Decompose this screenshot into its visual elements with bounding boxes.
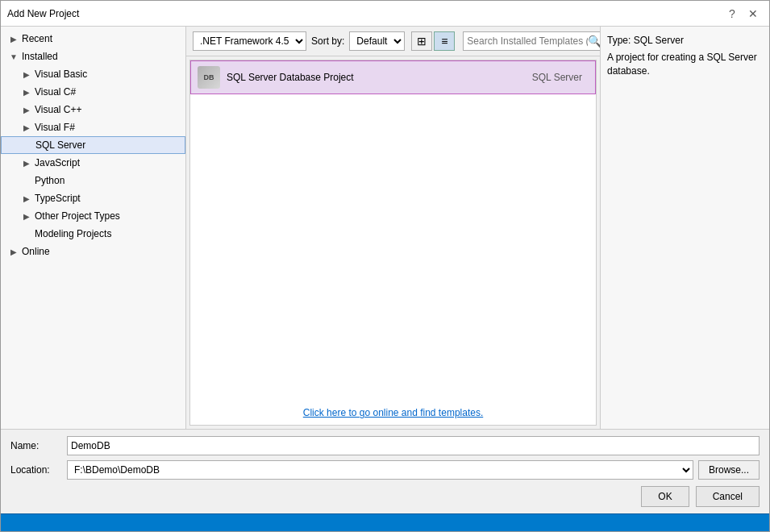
sidebar-item-visual-fsharp[interactable]: ▶Visual F# bbox=[1, 118, 185, 136]
cancel-button[interactable]: Cancel bbox=[696, 486, 760, 507]
sidebar-item-visual-basic[interactable]: ▶Visual Basic bbox=[1, 65, 185, 83]
sidebar-label-other-project-types: Other Project Types bbox=[35, 210, 120, 222]
sidebar-label-visual-basic: Visual Basic bbox=[35, 69, 87, 80]
arrow-icon-modeling-projects bbox=[20, 227, 33, 240]
sidebar-label-online: Online bbox=[22, 246, 50, 257]
ok-button[interactable]: OK bbox=[641, 486, 689, 507]
sidebar-label-python: Python bbox=[35, 175, 65, 186]
arrow-icon-visual-csharp: ▶ bbox=[20, 85, 33, 98]
online-link[interactable]: Click here to go online and find templat… bbox=[190, 401, 596, 425]
location-row: Location: F:\BDemo\DemoDB Browse... bbox=[10, 460, 760, 480]
right-panel: Type: SQL Server A project for creating … bbox=[600, 27, 769, 429]
sidebar-item-online[interactable]: ▶Online bbox=[1, 243, 185, 260]
template-item-sql-server-db-project[interactable]: DBSQL Server Database ProjectSQL Server bbox=[190, 60, 596, 94]
search-box: 🔍 bbox=[463, 31, 600, 51]
view-buttons: ⊞ ≡ bbox=[411, 31, 455, 51]
template-list-container: DBSQL Server Database ProjectSQL Server … bbox=[189, 60, 597, 426]
sort-label: Sort by: bbox=[311, 35, 344, 47]
arrow-icon-other-project-types: ▶ bbox=[20, 210, 33, 222]
sql-server-icon: DB bbox=[198, 66, 220, 89]
ok-cancel-row: OK Cancel bbox=[10, 486, 760, 507]
sidebar-label-javascript: JavaScript bbox=[35, 157, 80, 168]
arrow-icon-recent: ▶ bbox=[7, 32, 20, 45]
bottom-area: Name: Location: F:\BDemo\DemoDB Browse..… bbox=[1, 429, 769, 513]
arrow-icon-sql-server bbox=[21, 139, 34, 152]
sidebar-label-sql-server: SQL Server bbox=[35, 139, 85, 151]
toolbar: .NET Framework 4.5 Sort by: Default ⊞ ≡ … bbox=[186, 27, 600, 56]
type-description: A project for creating a SQL Server data… bbox=[607, 51, 763, 78]
sidebar-item-visual-cpp[interactable]: ▶Visual C++ bbox=[1, 101, 185, 118]
help-button[interactable]: ? bbox=[722, 5, 742, 23]
arrow-icon-javascript: ▶ bbox=[20, 156, 33, 169]
arrow-icon-visual-basic: ▶ bbox=[20, 68, 33, 81]
sidebar-label-visual-fsharp: Visual F# bbox=[35, 122, 75, 133]
location-select[interactable]: F:\BDemo\DemoDB bbox=[67, 460, 693, 480]
sidebar-item-typescript[interactable]: ▶TypeScript bbox=[1, 189, 185, 207]
sidebar-item-visual-csharp[interactable]: ▶Visual C# bbox=[1, 83, 185, 101]
list-view-button[interactable]: ≡ bbox=[434, 31, 455, 51]
arrow-icon-typescript: ▶ bbox=[20, 192, 33, 205]
name-input[interactable] bbox=[67, 436, 760, 455]
add-new-project-dialog: Add New Project ? ✕ ▶Recent▼Installed▶Vi… bbox=[0, 0, 770, 532]
sidebar-item-recent[interactable]: ▶Recent bbox=[1, 30, 185, 48]
browse-button[interactable]: Browse... bbox=[698, 460, 760, 480]
name-label: Name: bbox=[10, 440, 67, 451]
grid-view-button[interactable]: ⊞ bbox=[411, 31, 432, 51]
arrow-icon-installed: ▼ bbox=[7, 50, 20, 63]
sidebar-item-modeling-projects[interactable]: Modeling Projects bbox=[1, 225, 185, 243]
sidebar-item-sql-server[interactable]: SQL Server bbox=[1, 136, 185, 154]
title-bar-buttons: ? ✕ bbox=[722, 5, 763, 23]
arrow-icon-visual-fsharp: ▶ bbox=[20, 121, 33, 134]
sidebar-label-visual-cpp: Visual C++ bbox=[35, 104, 81, 115]
type-label: Type: SQL Server bbox=[607, 35, 763, 46]
template-scroll: DBSQL Server Database ProjectSQL Server bbox=[190, 60, 596, 401]
sidebar-label-visual-csharp: Visual C# bbox=[35, 86, 76, 98]
name-row: Name: bbox=[10, 436, 760, 455]
status-bar bbox=[1, 513, 769, 531]
close-button[interactable]: ✕ bbox=[743, 5, 763, 23]
sidebar-item-python[interactable]: Python bbox=[1, 172, 185, 189]
main-center: .NET Framework 4.5 Sort by: Default ⊞ ≡ … bbox=[186, 27, 600, 429]
dialog-title: Add New Project bbox=[7, 8, 79, 19]
framework-select[interactable]: .NET Framework 4.5 bbox=[193, 31, 306, 51]
sort-select[interactable]: Default bbox=[349, 31, 405, 51]
arrow-icon-online: ▶ bbox=[7, 245, 20, 258]
sidebar-label-typescript: TypeScript bbox=[35, 193, 81, 204]
arrow-icon-visual-cpp: ▶ bbox=[20, 103, 33, 116]
sidebar: ▶Recent▼Installed▶Visual Basic▶Visual C#… bbox=[1, 27, 186, 429]
template-source: SQL Server bbox=[532, 72, 582, 83]
sidebar-item-installed[interactable]: ▼Installed bbox=[1, 48, 185, 65]
sidebar-label-recent: Recent bbox=[22, 33, 52, 44]
search-icon[interactable]: 🔍 bbox=[588, 35, 600, 48]
search-input[interactable] bbox=[467, 35, 588, 47]
sidebar-label-modeling-projects: Modeling Projects bbox=[35, 228, 111, 239]
sidebar-item-javascript[interactable]: ▶JavaScript bbox=[1, 154, 185, 172]
title-bar: Add New Project ? ✕ bbox=[1, 1, 769, 27]
arrow-icon-python bbox=[20, 174, 33, 187]
template-name: SQL Server Database Project bbox=[227, 72, 532, 83]
sidebar-item-other-project-types[interactable]: ▶Other Project Types bbox=[1, 207, 185, 225]
sidebar-label-installed: Installed bbox=[22, 51, 58, 62]
location-label: Location: bbox=[10, 464, 67, 476]
dialog-body: ▶Recent▼Installed▶Visual Basic▶Visual C#… bbox=[1, 27, 769, 429]
